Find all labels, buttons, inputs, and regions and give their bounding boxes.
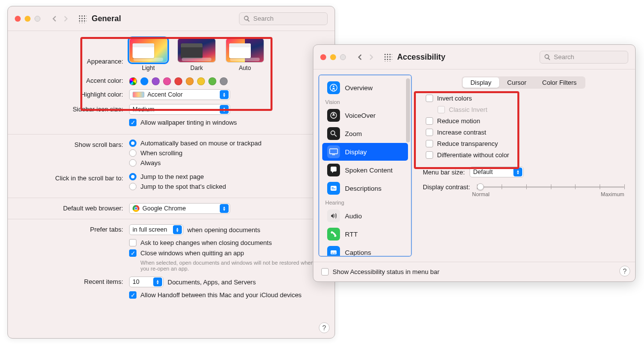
increase-contrast-checkbox[interactable]: Increase contrast <box>426 129 624 136</box>
rtt-icon <box>327 228 340 241</box>
window-toolbar: Accessibility Search <box>313 45 635 69</box>
scrollbars-when-scrolling-radio[interactable]: When scrolling <box>129 149 327 157</box>
show-scrollbars-label: Show scroll bars: <box>16 139 129 148</box>
allow-wallpaper-tint-checkbox[interactable]: ✓ Allow wallpaper tinting in windows <box>129 119 327 126</box>
select-arrows-icon: ▲▼ <box>220 90 229 99</box>
prefer-tabs-select[interactable]: in full screen ▲▼ <box>129 224 183 235</box>
show-accessibility-status-checkbox[interactable]: Show Accessibility status in menu bar <box>321 268 440 276</box>
accent-swatch-grey[interactable] <box>220 77 228 85</box>
accent-swatch-blue[interactable] <box>140 77 148 85</box>
window-traffic-lights <box>15 16 40 22</box>
accent-swatch-red[interactable] <box>174 77 182 85</box>
recent-items-label: Recent items: <box>16 276 129 285</box>
prefer-tabs-suffix: when opening documents <box>187 226 260 234</box>
descriptions-icon <box>327 182 340 195</box>
accent-swatch-pink[interactable] <box>163 77 171 85</box>
reduce-transparency-checkbox[interactable]: Reduce transparency <box>426 140 624 147</box>
display-tab-segmented: Display Cursor Color Filters <box>462 76 586 89</box>
voiceover-icon <box>327 109 340 122</box>
minimize-window-button[interactable] <box>330 54 336 60</box>
scrollbars-auto-radio[interactable]: Automatically based on mouse or trackpad <box>129 139 327 147</box>
click-jump-spot-radio[interactable]: Jump to the spot that's clicked <box>129 183 327 190</box>
zoom-window-button[interactable] <box>340 54 346 60</box>
minimize-window-button[interactable] <box>25 16 31 22</box>
appearance-option-light[interactable]: Light <box>129 38 168 71</box>
zoom-window-button[interactable] <box>34 16 40 22</box>
highlight-color-select[interactable]: Accent Color ▲▼ <box>129 89 230 100</box>
close-window-button[interactable] <box>15 16 21 22</box>
accent-swatch-multicolor[interactable] <box>129 77 137 85</box>
accent-swatch-green[interactable] <box>208 77 216 85</box>
show-all-icon[interactable] <box>383 53 392 62</box>
highlight-color-label: Highlight color: <box>16 89 129 98</box>
sidebar-item-rtt[interactable]: RTT <box>322 225 408 243</box>
click-jump-next-page-radio[interactable]: Jump to the next page <box>129 173 327 180</box>
chrome-icon <box>133 205 139 212</box>
scrollbars-always-radio[interactable]: Always <box>129 159 327 167</box>
help-button[interactable]: ? <box>619 266 630 276</box>
back-button[interactable] <box>355 52 366 63</box>
sidebar-icon-size-select[interactable]: Medium ▲▼ <box>129 104 230 115</box>
appearance-option-dark[interactable]: Dark <box>177 38 216 71</box>
show-all-icon[interactable] <box>78 14 87 23</box>
prefer-tabs-label: Prefer tabs: <box>16 224 129 233</box>
accent-swatch-purple[interactable] <box>152 77 160 85</box>
general-preferences-window: General Search Appearance: Light Dark <box>7 6 335 339</box>
menu-bar-size-label: Menu bar size: <box>423 169 465 176</box>
tab-color-filters[interactable]: Color Filters <box>534 77 584 88</box>
select-arrows-icon: ▲▼ <box>220 105 229 114</box>
zoom-icon <box>327 127 340 140</box>
search-icon <box>243 15 250 22</box>
search-input[interactable]: Search <box>540 51 628 64</box>
sidebar-item-spoken-content[interactable]: Spoken Content <box>322 161 408 179</box>
sidebar-scrollbar[interactable] <box>406 78 410 142</box>
window-toolbar: General Search <box>8 6 335 31</box>
sidebar-item-display[interactable]: Display <box>322 143 408 161</box>
click-scrollbar-label: Click in the scroll bar to: <box>16 173 129 182</box>
classic-invert-checkbox: Classic Invert <box>438 106 624 113</box>
svg-rect-6 <box>331 186 337 191</box>
tab-display[interactable]: Display <box>463 77 500 88</box>
handoff-checkbox[interactable]: ✓Allow Handoff between this Mac and your… <box>129 291 327 299</box>
sidebar-group-hearing: Hearing <box>320 198 410 207</box>
accessibility-preferences-window: Accessibility Search Overview Vision Voi… <box>313 44 636 282</box>
search-input[interactable]: Search <box>239 12 328 25</box>
accent-color-swatches <box>129 75 327 85</box>
svg-point-1 <box>333 85 334 87</box>
reduce-motion-checkbox[interactable]: Reduce motion <box>426 117 624 125</box>
recent-items-select[interactable]: 10 ▲▼ <box>129 276 164 287</box>
close-on-quit-hint: When selected, open documents and window… <box>140 260 318 272</box>
invert-colors-checkbox[interactable]: Invert colors <box>426 95 624 102</box>
differentiate-without-color-checkbox[interactable]: Differentiate without color <box>426 151 624 159</box>
accessibility-sidebar[interactable]: Overview Vision VoiceOver Zoom Display <box>318 74 412 257</box>
forward-button[interactable] <box>60 13 71 24</box>
ask-keep-changes-checkbox[interactable]: Ask to keep changes when closing documen… <box>129 239 327 246</box>
select-arrows-icon: ▲▼ <box>513 168 522 176</box>
back-button[interactable] <box>49 13 60 24</box>
display-options-list: Invert colors Classic Invert Reduce moti… <box>423 95 624 159</box>
sidebar-item-descriptions[interactable]: Descriptions <box>322 179 408 197</box>
sidebar-item-captions[interactable]: Captions <box>322 243 408 257</box>
search-placeholder: Search <box>554 53 574 61</box>
svg-point-4 <box>331 131 335 135</box>
menu-bar-size-select[interactable]: Default ▲▼ <box>470 167 524 177</box>
sidebar-item-zoom[interactable]: Zoom <box>322 125 408 142</box>
forward-button[interactable] <box>366 52 376 63</box>
default-browser-select[interactable]: Google Chrome ▲▼ <box>129 203 230 214</box>
sidebar-item-voiceover[interactable]: VoiceOver <box>322 106 408 124</box>
select-arrows-icon: ▲▼ <box>173 225 182 234</box>
accent-swatch-yellow[interactable] <box>197 77 205 85</box>
close-on-quit-checkbox[interactable]: ✓Close windows when quitting an app <box>129 249 327 257</box>
tab-cursor[interactable]: Cursor <box>499 77 534 88</box>
help-button[interactable]: ? <box>319 322 330 333</box>
sidebar-item-overview[interactable]: Overview <box>322 79 408 97</box>
captions-icon <box>327 246 340 257</box>
display-contrast-slider[interactable] <box>477 182 624 191</box>
appearance-option-auto[interactable]: Auto <box>226 38 264 71</box>
svg-rect-9 <box>331 250 337 254</box>
sidebar-item-audio[interactable]: Audio <box>322 207 408 225</box>
close-window-button[interactable] <box>320 54 326 60</box>
display-icon <box>327 145 340 158</box>
display-contrast-label: Display contrast: <box>423 183 472 191</box>
accent-swatch-orange[interactable] <box>186 77 194 85</box>
